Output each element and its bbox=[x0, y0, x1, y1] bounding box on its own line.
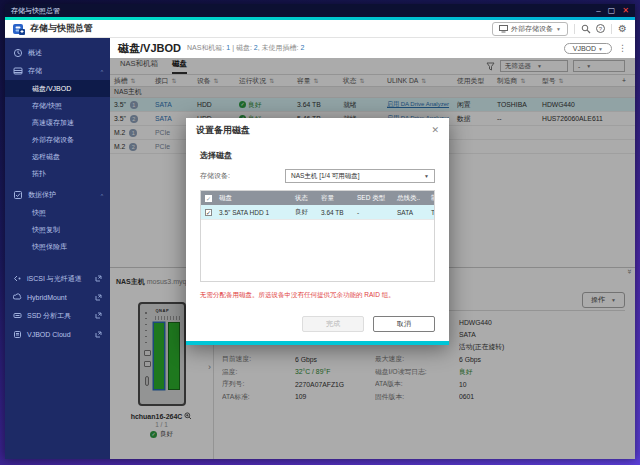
sidebar-item-hybridmount[interactable]: HybridMount bbox=[5, 288, 110, 306]
sidebar-item-vjbod-cloud[interactable]: VJBOD Cloud bbox=[5, 325, 110, 343]
sidebar-item-snapshot-vault[interactable]: 快照保险库 bbox=[5, 238, 110, 255]
chevron-up-icon: › bbox=[98, 194, 104, 196]
minimize-button[interactable]: – bbox=[596, 6, 600, 16]
external-link-icon bbox=[95, 312, 102, 319]
select-all-checkbox[interactable]: ✓ bbox=[205, 195, 212, 202]
dialog-title: 设置备用磁盘 bbox=[196, 124, 431, 137]
storage-icon bbox=[13, 66, 23, 76]
dialog-close-icon[interactable]: ✕ bbox=[431, 125, 439, 135]
storage-device-select[interactable]: NAS主机 [1/4 可用磁盘]▼ bbox=[285, 169, 435, 183]
monitor-icon bbox=[499, 25, 508, 33]
external-link-icon bbox=[95, 275, 102, 282]
dialog-warning-text: 无需分配备用磁盘。所选设备中没有任何提供冗余功能的 RAID 组。 bbox=[200, 290, 435, 299]
sidebar-item-iscsi[interactable]: iSCSI 与光纤通道 bbox=[5, 269, 110, 288]
set-spare-disk-dialog: 设置备用磁盘 ✕ 选择磁盘 存储设备: NAS主机 [1/4 可用磁盘]▼ ✓ … bbox=[186, 118, 449, 345]
window-titlebar: 存储与快照总管 – ▢ ✕ bbox=[5, 4, 635, 17]
chevron-up-icon: › bbox=[98, 70, 104, 72]
sidebar-item-cache-acceleration[interactable]: 高速缓存加速 bbox=[5, 114, 110, 131]
finish-button[interactable]: 完成 bbox=[302, 316, 364, 332]
external-storage-button[interactable]: 外部存储设备 ▼ bbox=[492, 22, 568, 36]
sidebar-item-remote-disk[interactable]: 远程磁盘 bbox=[5, 148, 110, 165]
sidebar-section-storage[interactable]: 存储 › bbox=[5, 62, 110, 80]
sidebar-section-data-protection[interactable]: 数据保护 › bbox=[5, 186, 110, 204]
sidebar-item-snapshot-replica[interactable]: 快照复制 bbox=[5, 221, 110, 238]
sidebar-item-topology[interactable]: 拓扑 bbox=[5, 165, 110, 182]
sidebar-item-snapshot[interactable]: 快照 bbox=[5, 204, 110, 221]
app-header: 存储与快照总管 外部存储设备 ▼ ? ⚙ bbox=[5, 20, 635, 38]
sidebar-item-overview[interactable]: 概述 bbox=[5, 44, 110, 62]
app-title: 存储与快照总管 bbox=[30, 22, 492, 35]
storage-device-label: 存储设备: bbox=[200, 171, 285, 181]
sidebar-item-disks-vjbod[interactable]: 磁盘/VJBOD bbox=[5, 80, 110, 97]
disk-checkbox[interactable]: ✓ bbox=[205, 209, 212, 216]
iscsi-icon bbox=[13, 274, 22, 283]
dialog-disk-table: ✓ 磁盘 状态 容量 SED 类型 总线类.. 制造商 ✓ 3.5" SATA … bbox=[200, 190, 435, 282]
ssd-tool-icon bbox=[13, 311, 22, 320]
app-window: 存储与快照总管 – ▢ ✕ 存储与快照总管 外部存储 bbox=[5, 4, 635, 459]
sidebar-item-ssd-tool[interactable]: SSD 分析工具 bbox=[5, 306, 110, 325]
hybridmount-icon bbox=[13, 293, 22, 302]
external-link-icon bbox=[95, 294, 102, 301]
sidebar-item-storage-snapshots[interactable]: 存储/快照 bbox=[5, 97, 110, 114]
external-link-icon bbox=[95, 331, 102, 338]
window-title: 存储与快照总管 bbox=[11, 6, 596, 16]
data-protection-icon bbox=[13, 190, 23, 200]
desktop-background: 存储与快照总管 – ▢ ✕ 存储与快照总管 外部存储 bbox=[0, 0, 640, 465]
vjbod-dropdown-button[interactable]: VJBOD ▼ bbox=[564, 43, 612, 54]
page-meta: NAS和机箱: 1 | 磁盘: 2, 未使用插槽: 2 bbox=[187, 43, 304, 53]
search-icon[interactable] bbox=[581, 24, 591, 34]
dialog-section-title: 选择磁盘 bbox=[200, 150, 435, 161]
overview-icon bbox=[13, 48, 23, 58]
page-title-row: 磁盘/VJBOD NAS和机箱: 1 | 磁盘: 2, 未使用插槽: 2 VJB… bbox=[110, 38, 635, 58]
more-menu-icon[interactable]: ⋮ bbox=[618, 43, 627, 53]
cancel-button[interactable]: 取消 bbox=[373, 316, 435, 332]
close-button[interactable]: ✕ bbox=[622, 6, 629, 16]
divider bbox=[611, 24, 612, 34]
page-title: 磁盘/VJBOD bbox=[118, 41, 181, 56]
divider bbox=[574, 24, 575, 34]
sidebar: 概述 存储 › 磁盘/VJBOD 存储/快照 高速缓存加速 外部存储设备 远程磁… bbox=[5, 38, 110, 459]
app-icon bbox=[13, 23, 25, 35]
settings-gear-icon[interactable]: ⚙ bbox=[618, 23, 627, 34]
dialog-disk-row[interactable]: ✓ 3.5" SATA HDD 1 良好 3.64 TB - SATA TOSH… bbox=[201, 205, 434, 220]
sidebar-item-external-storage[interactable]: 外部存储设备 bbox=[5, 131, 110, 148]
maximize-button[interactable]: ▢ bbox=[608, 6, 616, 16]
vjbod-cloud-icon bbox=[13, 330, 22, 339]
help-icon[interactable]: ? bbox=[596, 24, 605, 33]
